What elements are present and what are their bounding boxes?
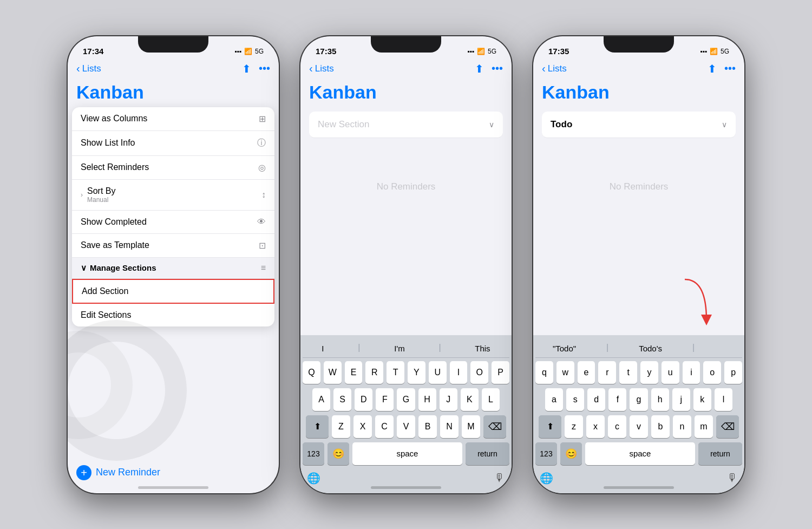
key-S[interactable]: S: [333, 388, 351, 411]
key-M[interactable]: M: [462, 415, 480, 438]
pred-word-2-1[interactable]: I'm: [390, 343, 409, 354]
key-U[interactable]: U: [429, 361, 447, 384]
emoji-key-2[interactable]: 😊: [328, 442, 349, 465]
key-x[interactable]: x: [586, 415, 605, 438]
more-icon-2[interactable]: •••: [492, 62, 503, 75]
key-E[interactable]: E: [345, 361, 363, 384]
key-P[interactable]: P: [492, 361, 509, 384]
key-B[interactable]: B: [418, 415, 437, 438]
key-X[interactable]: X: [353, 415, 372, 438]
key-y[interactable]: y: [640, 361, 658, 384]
key-I[interactable]: I: [450, 361, 468, 384]
menu-show-list-info[interactable]: Show List Info ⓘ: [72, 131, 274, 156]
key-w[interactable]: w: [556, 361, 574, 384]
key-z[interactable]: z: [565, 415, 583, 438]
key-Y[interactable]: Y: [408, 361, 425, 384]
key-d[interactable]: d: [587, 388, 605, 411]
pred-word-2-2[interactable]: This: [470, 343, 494, 354]
key-R[interactable]: R: [365, 361, 383, 384]
wifi-icon-2: 📶: [477, 48, 485, 55]
delete-key-2[interactable]: ⌫: [483, 415, 506, 438]
shift-key-3[interactable]: ⬆: [539, 415, 561, 438]
key-H[interactable]: H: [418, 388, 436, 411]
globe-icon-2[interactable]: 🌐: [307, 472, 320, 485]
key-G[interactable]: G: [397, 388, 415, 411]
menu-show-completed[interactable]: Show Completed 👁: [72, 211, 274, 234]
share-icon-2[interactable]: ⬆: [475, 62, 484, 75]
menu-sort-by[interactable]: › Sort By Manual ↕: [72, 180, 274, 211]
back-button-3[interactable]: ‹ Lists: [542, 62, 567, 75]
globe-icon-3[interactable]: 🌐: [540, 472, 553, 485]
key-g[interactable]: g: [630, 388, 647, 411]
key-k[interactable]: k: [693, 388, 711, 411]
key-C[interactable]: C: [375, 415, 394, 438]
key-O[interactable]: O: [470, 361, 488, 384]
key-h[interactable]: h: [651, 388, 669, 411]
space-key-2[interactable]: space: [352, 442, 462, 465]
key-L[interactable]: L: [482, 388, 500, 411]
pred-word-2-0[interactable]: I: [317, 343, 328, 354]
key-f[interactable]: f: [608, 388, 626, 411]
key-a[interactable]: a: [545, 388, 563, 411]
share-icon-3[interactable]: ⬆: [708, 62, 717, 75]
sort-by-text: Sort By Manual: [87, 186, 115, 204]
pred-word-3-2[interactable]: [721, 343, 729, 354]
key-m[interactable]: m: [695, 415, 713, 438]
key-W[interactable]: W: [324, 361, 342, 384]
more-icon-3[interactable]: •••: [724, 62, 736, 75]
key-row-3-bottom: 123 😊 space return: [535, 442, 742, 465]
num-key-2[interactable]: 123: [303, 442, 324, 465]
more-icon-1[interactable]: •••: [259, 62, 270, 75]
key-c[interactable]: c: [608, 415, 626, 438]
back-button-1[interactable]: ‹ Lists: [76, 62, 101, 75]
key-K[interactable]: K: [461, 388, 479, 411]
mic-icon-2[interactable]: 🎙: [494, 472, 505, 485]
section-name-3[interactable]: Todo: [551, 119, 572, 130]
manage-sections-header[interactable]: ∨ Manage Sections ≡: [72, 258, 274, 279]
menu-select-reminders[interactable]: Select Reminders ◎: [72, 156, 274, 180]
shift-key-2[interactable]: ⬆: [306, 415, 329, 438]
menu-save-template[interactable]: Save as Template ⊡: [72, 234, 274, 258]
key-F[interactable]: F: [376, 388, 394, 411]
return-key-2[interactable]: return: [466, 442, 509, 465]
menu-view-columns[interactable]: View as Columns ⊞: [72, 107, 274, 131]
num-key-3[interactable]: 123: [535, 442, 557, 465]
mic-icon-3[interactable]: 🎙: [727, 472, 738, 485]
delete-key-3[interactable]: ⌫: [716, 415, 739, 438]
key-u[interactable]: u: [662, 361, 679, 384]
key-i[interactable]: i: [683, 361, 700, 384]
key-Z[interactable]: Z: [332, 415, 350, 438]
back-button-2[interactable]: ‹ Lists: [309, 62, 334, 75]
section-name-placeholder-2[interactable]: New Section: [318, 119, 369, 130]
add-section-item[interactable]: Add Section: [72, 279, 274, 304]
key-v[interactable]: v: [630, 415, 648, 438]
key-p[interactable]: p: [724, 361, 742, 384]
key-r[interactable]: r: [598, 361, 616, 384]
key-o[interactable]: o: [703, 361, 721, 384]
key-s[interactable]: s: [566, 388, 584, 411]
pred-word-3-1[interactable]: Todo's: [634, 343, 666, 354]
key-t[interactable]: t: [619, 361, 637, 384]
key-J[interactable]: J: [440, 388, 457, 411]
key-b[interactable]: b: [651, 415, 670, 438]
key-N[interactable]: N: [440, 415, 459, 438]
edit-sections-item[interactable]: Edit Sections: [72, 304, 274, 326]
key-l[interactable]: l: [715, 388, 732, 411]
share-icon-1[interactable]: ⬆: [242, 62, 251, 75]
return-key-3[interactable]: return: [698, 442, 742, 465]
emoji-key-3[interactable]: 😊: [560, 442, 582, 465]
key-row-3-1: a s d f g h j k l: [535, 388, 742, 411]
key-D[interactable]: D: [355, 388, 372, 411]
key-A[interactable]: A: [312, 388, 330, 411]
pred-word-3-0[interactable]: "Todo": [548, 343, 580, 354]
key-j[interactable]: j: [672, 388, 690, 411]
key-q[interactable]: q: [535, 361, 553, 384]
key-Q[interactable]: Q: [303, 361, 320, 384]
space-key-3[interactable]: space: [585, 442, 695, 465]
key-V[interactable]: V: [397, 415, 415, 438]
key-n[interactable]: n: [673, 415, 691, 438]
new-reminder-button-1[interactable]: + New Reminder: [76, 465, 160, 480]
wifi-icon-3: 📶: [710, 48, 718, 55]
key-e[interactable]: e: [578, 361, 595, 384]
key-T[interactable]: T: [387, 361, 404, 384]
